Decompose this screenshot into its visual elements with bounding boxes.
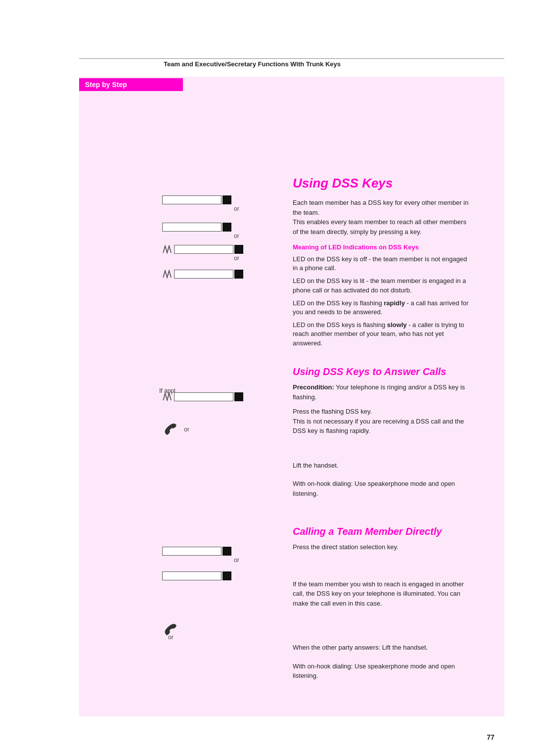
or-label-2: or: [234, 233, 239, 239]
or-label-1: or: [234, 205, 239, 212]
flash-slow-icon: [162, 270, 173, 279]
handset-diagram-calling: or: [162, 618, 183, 641]
dss-led-flash-rapid: [234, 245, 243, 254]
answer-step-3: With on-hook dialing: Use speakerphone m…: [293, 479, 469, 498]
page-number: 77: [487, 733, 494, 741]
calling-step-2: If the team member you wish to reach is …: [293, 579, 469, 609]
handset-icon-answer: [162, 421, 180, 438]
answer-step-1: Press the flashing DSS key. This is not …: [293, 407, 469, 436]
led-row-3: LED on the DSS key is flashing rapidly -…: [293, 299, 469, 317]
calling-or-label: or: [234, 557, 239, 564]
dss-diagram-calling-1: or: [162, 547, 239, 564]
section-calling: Calling a Team Member Directly Press the…: [293, 516, 469, 685]
page-header-title: Team and Executive/Secretary Functions W…: [0, 60, 504, 68]
led-section-title: Meaning of LED Indications on DSS Keys: [293, 243, 469, 251]
dss-led-lit: [222, 223, 231, 232]
dss-led-answer: [234, 392, 243, 401]
dss-diagram-answer-flash: [162, 392, 243, 402]
dss-led-off: [222, 195, 231, 204]
dss-diagram-flash-slow: [162, 270, 243, 280]
top-rule: [79, 58, 504, 59]
led-rows: LED on the DSS key is off - the team mem…: [293, 255, 469, 348]
precondition-text: Precondition: Your telephone is ringing …: [293, 382, 469, 402]
dss-key-bar-c2: [162, 571, 222, 580]
led-row-1: LED on the DSS key is off - the team mem…: [293, 255, 469, 273]
dss-key-bar: [162, 195, 222, 204]
handset-diagram-answer: or: [162, 421, 189, 438]
dss-key-bar-answer: [174, 392, 233, 401]
or-label-3: or: [234, 255, 243, 262]
section-title-answer: Using DSS Keys to Answer Calls: [293, 366, 469, 378]
led-row-2: LED on the DSS key is lit - the team mem…: [293, 277, 469, 294]
dss-key-bar-c1: [162, 547, 222, 556]
section-answer-calls: Using DSS Keys to Answer Calls Precondit…: [293, 356, 469, 502]
calling-or-below: or: [168, 634, 174, 641]
section-title-main: Using DSS Keys: [293, 176, 469, 191]
dss-key-bar-4: [174, 270, 233, 279]
section-using-dss-keys: Using DSS Keys Each team member has a DS…: [293, 176, 469, 353]
section-title-calling: Calling a Team Member Directly: [293, 526, 469, 537]
dss-diagram-lit: or: [162, 223, 239, 239]
page-container: Team and Executive/Secretary Functions W…: [0, 0, 534, 756]
step-by-step-banner: Step by Step: [79, 78, 183, 91]
dss-diagram-off: or: [162, 195, 239, 212]
answer-flash-icon: [162, 392, 173, 401]
main-content-area: Step by Step Using DSS Keys Each team me…: [79, 77, 504, 716]
calling-step-1: Press the direct station selection key.: [293, 542, 469, 552]
dss-key-bar-3: [174, 245, 233, 254]
or-handset-label: or: [184, 426, 189, 433]
dss-led-flash-slow: [234, 270, 243, 279]
dss-diagram-flash-rapid: or: [162, 245, 243, 262]
dss-diagram-calling-2: [162, 571, 231, 581]
calling-step-4: With on-hook dialing: Use speakerphone m…: [293, 662, 469, 681]
led-row-4: LED on the DSS keys is flashing slowly -…: [293, 321, 469, 348]
calling-step-3: When the other party answers: Lift the h…: [293, 643, 469, 653]
dss-led-calling-1: [222, 547, 231, 556]
answer-step-2: Lift the handset.: [293, 461, 469, 471]
dss-key-bar-2: [162, 223, 222, 232]
flash-rapid-icon: [162, 245, 173, 254]
dss-led-calling-2: [222, 571, 231, 580]
intro-text-1: Each team member has a DSS key for every…: [293, 198, 469, 236]
